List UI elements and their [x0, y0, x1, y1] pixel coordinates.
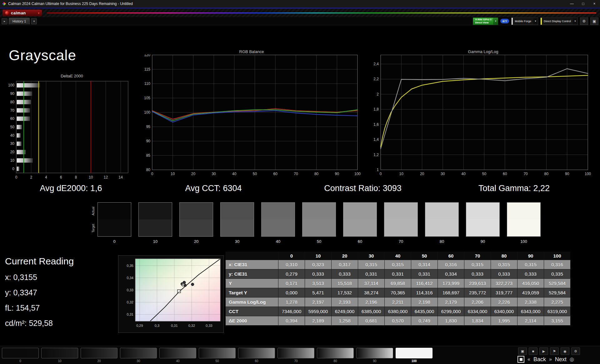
maximize-button[interactable]: □	[578, 0, 589, 7]
svg-text:10: 10	[89, 175, 93, 180]
meter-dropdown[interactable]: X-Rite i1Pro 3 Direct View ▾	[473, 17, 498, 25]
table-row-label: ΔE 2000	[226, 316, 278, 325]
table-cell: 6249,000	[332, 307, 358, 316]
svg-text:60: 60	[273, 172, 278, 176]
table-cell: 239,613	[464, 279, 491, 288]
pattern-level-button[interactable]	[120, 348, 157, 358]
svg-text:100: 100	[585, 172, 591, 176]
swatch-target	[302, 219, 336, 236]
svg-text:40: 40	[462, 172, 466, 176]
pattern-level-item: 50	[199, 348, 236, 363]
pattern-level-button[interactable]	[2, 348, 39, 358]
svg-text:20: 20	[420, 172, 424, 176]
deltae-chart-title: DeltaE 2000	[6, 74, 138, 79]
pattern-level-button[interactable]	[238, 348, 275, 358]
swatch-square	[507, 202, 541, 237]
pattern-level-row: 0102030405060708090100	[2, 348, 432, 363]
table-cell: 0,681	[358, 316, 384, 325]
current-reading-x: x: 0,3155	[5, 273, 74, 282]
settings-gear-button[interactable]: ⚙	[580, 17, 588, 25]
svg-text:105: 105	[144, 96, 150, 100]
pattern-level-button[interactable]	[356, 348, 393, 358]
pattern-level-button[interactable]	[278, 348, 314, 358]
svg-text:30: 30	[212, 172, 216, 176]
svg-text:50: 50	[10, 125, 15, 129]
svg-text:8: 8	[75, 175, 77, 180]
titlebar: Calman 2024 Calman Ultimate for Business…	[0, 0, 600, 7]
camera-icon[interactable]: ◉	[561, 347, 569, 355]
svg-text:110: 110	[144, 81, 150, 86]
gear-icon[interactable]: ⚙	[571, 347, 580, 355]
swatch-level-label: 30	[235, 239, 239, 244]
table-cell: 0,570	[385, 316, 411, 325]
swatch-square	[220, 202, 254, 237]
svg-text:20: 20	[191, 172, 196, 176]
grayscale-swatch: 100	[507, 202, 541, 244]
svg-text:30: 30	[10, 141, 15, 146]
table-cell: 0,331	[358, 269, 384, 278]
swatch-actual	[139, 203, 172, 219]
table-cell: 6299,000	[438, 307, 464, 316]
target-icon[interactable]: ◎	[570, 357, 574, 362]
source-dropdown[interactable]: Mobile Forge ▾	[511, 17, 538, 25]
pattern-level-button[interactable]	[396, 348, 432, 358]
display-control-dropdown[interactable]: Direct Display Control ▾	[540, 17, 578, 25]
table-cell: 529,584	[544, 279, 570, 288]
table-cell: 173,999	[438, 279, 464, 288]
chevron-down-icon: ▾	[533, 18, 538, 25]
next-button[interactable]: Next	[555, 356, 567, 363]
svg-text:4: 4	[45, 175, 47, 180]
close-button[interactable]: ×	[589, 0, 600, 7]
svg-text:1,6: 1,6	[373, 122, 379, 127]
cie-chart-plot: 0,290,30,310,320,330,310,320,330,340,35	[118, 256, 223, 332]
svg-text:80: 80	[544, 172, 549, 176]
swatch-actual	[221, 203, 254, 219]
workspace-button[interactable]: ▣	[590, 17, 598, 25]
tab-menu-button[interactable]: ▾	[31, 18, 37, 24]
table-cell: 0,315	[491, 260, 517, 269]
swatch-target	[507, 219, 540, 236]
table-header-cell: 0	[278, 252, 305, 260]
flag-icon[interactable]: ⚑	[550, 347, 559, 355]
play-icon[interactable]: ▶	[539, 347, 548, 355]
table-row-label: Gamma Log/Log	[226, 298, 278, 307]
chevron-down-icon: ▾	[38, 12, 39, 15]
minimize-button[interactable]: —	[566, 0, 578, 7]
current-reading-title: Current Reading	[5, 256, 74, 267]
svg-text:80: 80	[146, 168, 151, 172]
pattern-level-item: 40	[159, 348, 196, 363]
swatch-square	[302, 202, 336, 237]
svg-text:0,34: 0,34	[127, 276, 133, 280]
svg-text:95: 95	[146, 125, 151, 129]
layers-icon[interactable]: ▣	[518, 347, 527, 355]
swatch-actual	[262, 203, 295, 219]
table-header-cell: 40	[385, 252, 411, 260]
stop-icon[interactable]: ■	[529, 347, 538, 355]
table-header-cell: 100	[544, 252, 570, 260]
svg-text:120: 120	[144, 54, 150, 57]
source-label: Mobile Forge	[513, 18, 533, 25]
back-button[interactable]: Back	[533, 356, 546, 363]
pattern-level-button[interactable]	[199, 348, 236, 358]
table-cell: 114,316	[411, 288, 438, 297]
history-tab[interactable]: History 1	[9, 18, 30, 24]
panel-toggle-button[interactable]: ▸	[2, 18, 8, 24]
table-cell: 0,000	[278, 288, 305, 297]
chevron-down-icon: ▾	[493, 18, 498, 25]
pattern-level-button[interactable]	[81, 348, 118, 358]
table-cell: 6435,000	[411, 307, 438, 316]
pattern-level-button[interactable]	[41, 348, 78, 358]
svg-text:0,29: 0,29	[136, 324, 143, 327]
svg-text:0: 0	[15, 175, 18, 180]
calman-logo-icon	[5, 11, 9, 15]
next-icon[interactable]: »	[549, 357, 552, 362]
swatch-target	[425, 219, 458, 236]
table-cell: 2,211	[385, 298, 411, 307]
pattern-window-button[interactable]	[518, 356, 524, 363]
calman-menu-button[interactable]: calman ▾	[2, 10, 42, 16]
svg-text:1: 1	[377, 168, 379, 172]
pattern-level-button[interactable]	[317, 348, 354, 358]
back-icon[interactable]: «	[528, 357, 530, 362]
pattern-level-label: 90	[373, 359, 376, 363]
pattern-level-button[interactable]	[159, 348, 196, 358]
